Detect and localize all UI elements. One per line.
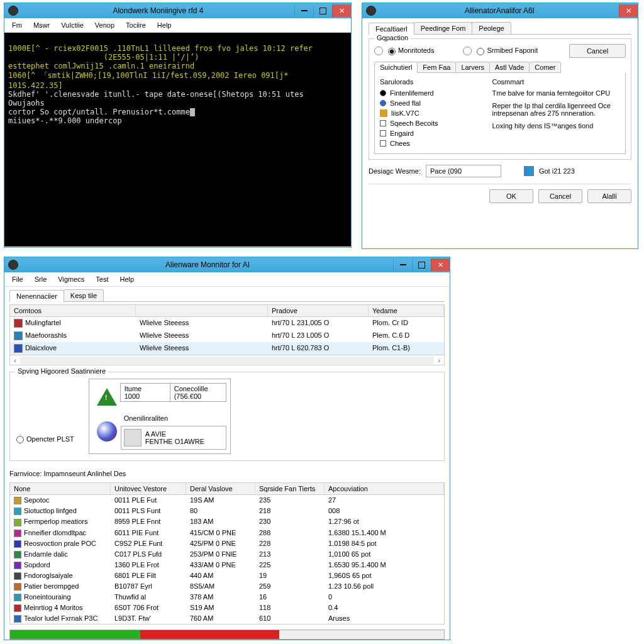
- cancel-button[interactable]: Cancel: [538, 189, 582, 203]
- cone-label: Conecolille: [174, 385, 222, 392]
- menu-item[interactable]: Test: [93, 274, 111, 284]
- table-row[interactable]: RoneintouraingThuwfid al378 AM160: [10, 592, 444, 602]
- cone-value: (756.€00: [174, 392, 222, 400]
- settings-dialog: AllienatorAnalifor A6l Fecaltiaerl Peedi…: [362, 3, 638, 249]
- table-row[interactable]: DlaicxloveWlielve Steeesshrt/70 L 620.78…: [10, 342, 444, 355]
- titlebar[interactable]: Alondwerk Moniingive rfd 4: [4, 3, 351, 18]
- menu-item[interactable]: Venop: [92, 20, 117, 30]
- table-row[interactable]: Fermperlop meatiors8959 PLE Fnnt183 AM23…: [10, 516, 444, 527]
- onen-label: Onenilinraliten: [120, 413, 226, 423]
- opt-speech[interactable]: Sqeech Becoits: [380, 118, 485, 128]
- opt-link[interactable]: liisK.V7C: [380, 108, 485, 118]
- table-row[interactable]: Siotuctlop linfged0011 PLS Funt80218008: [10, 506, 444, 516]
- table-row[interactable]: Endarnle dalicC017 PLS Fufd253/PM 0 FNlE…: [10, 549, 444, 560]
- col-deral[interactable]: Deral Vaslove: [186, 483, 255, 494]
- warning-icon: [93, 383, 121, 411]
- menu-item[interactable]: Tociire: [123, 20, 148, 30]
- subtab-mode[interactable]: Astl Vade: [489, 62, 530, 73]
- close-button[interactable]: [332, 4, 351, 17]
- col-name[interactable]: Comtoos: [10, 305, 136, 316]
- scroll-left-icon[interactable]: ‹: [10, 357, 20, 364]
- close-button[interactable]: [619, 4, 638, 17]
- titlebar[interactable]: Alienware Monnitor for AI: [4, 257, 450, 272]
- table-row[interactable]: Sepotoc0011 PLE Fut19S AM23527: [10, 495, 444, 506]
- apply-button[interactable]: Alalli: [587, 189, 631, 203]
- got-label: Got i21 223: [539, 167, 575, 175]
- opencter-radio[interactable]: Opencter PLST: [16, 435, 74, 443]
- status-panel: Itume1000 Conecolille(756.€00 Onenilinra…: [89, 379, 231, 454]
- menu-item[interactable]: Vigmecs: [55, 274, 87, 284]
- itume-label: Itume: [125, 385, 166, 392]
- aave-label: A AVIE: [145, 430, 204, 438]
- titlebar[interactable]: AllienatorAnalifor A6l: [362, 3, 638, 18]
- radio-monitor[interactable]: Monritoteds: [388, 47, 434, 55]
- design-input[interactable]: [426, 165, 501, 177]
- opt-speed[interactable]: Sneed flal: [380, 98, 485, 108]
- comment-line: Loxing hity dens IS™anges tiond: [492, 122, 621, 130]
- opt-engaged[interactable]: Engaird: [380, 128, 485, 138]
- opt-cheers[interactable]: Chees: [380, 138, 485, 148]
- radio-report[interactable]: Srmibed Faponit: [477, 47, 538, 55]
- table-row[interactable]: Reosvoction prale POCC9S2 PLE Funt425/PM…: [10, 538, 444, 549]
- tab-keep[interactable]: Kesp tile: [64, 289, 104, 301]
- terminal-output[interactable]: 1000E[^ - rciex02F0015 .110TnL1 lilleeed…: [4, 33, 351, 247]
- menu-item[interactable]: VuIctiie: [58, 20, 86, 30]
- maximize-button[interactable]: [313, 4, 332, 17]
- subtab-fan[interactable]: Fem Faa: [417, 62, 456, 73]
- app-icon: [8, 260, 18, 270]
- group-legend: Spving Higoored Saatinniere: [15, 367, 108, 375]
- minimize-button[interactable]: [393, 258, 412, 271]
- table-row[interactable]: Patier berompgedB10787 Eyrl8S5/AM2591.23…: [10, 581, 444, 592]
- minimize-button[interactable]: [294, 4, 313, 17]
- tab-facilitate[interactable]: Fecaltiaerl: [369, 23, 414, 35]
- operation-group: Gqpaction Monritoteds Srmibed Faponit Ca…: [369, 38, 631, 160]
- subtab-scheduler[interactable]: Suichutierl: [374, 62, 418, 73]
- menu-item[interactable]: Mswr: [31, 20, 52, 30]
- disc-icon: [93, 418, 121, 445]
- menu-item[interactable]: Help: [117, 274, 136, 284]
- menubar: Fm Mswr VuIctiie Venop Tociire Help: [4, 18, 351, 33]
- cancel-top-button[interactable]: Cancel: [569, 44, 626, 58]
- ok-button[interactable]: OK: [489, 189, 533, 203]
- tab-package[interactable]: Peolege: [472, 22, 511, 34]
- hscroll[interactable]: ‹ ›: [9, 355, 445, 365]
- subtab-servers[interactable]: Larvers: [455, 62, 490, 73]
- tab-pending[interactable]: Peedinge Fom: [414, 22, 473, 34]
- process-table: None Unitovec Vestore Deral Vaslove Sqrs…: [9, 482, 445, 625]
- menu-item[interactable]: File: [9, 274, 26, 284]
- terminal-window: Alondwerk Moniingive rfd 4 Fm Mswr VuIct…: [4, 3, 352, 248]
- col-prod[interactable]: Pradove: [268, 305, 369, 316]
- col-none[interactable]: None: [10, 483, 111, 494]
- maximize-button[interactable]: [412, 258, 431, 271]
- opt-entitlement[interactable]: Fintenlifemerd: [380, 88, 485, 98]
- calendar-icon[interactable]: [524, 166, 534, 176]
- right-legend: Cosmmart: [492, 78, 621, 86]
- monitor-window: Alienware Monnitor for AI File Srle Vigm…: [4, 257, 450, 640]
- device-table[interactable]: MulingfartelWlielve Steeesshrt/70 L 231,…: [9, 317, 445, 355]
- menu-item[interactable]: Srle: [32, 274, 50, 284]
- table-row[interactable]: MaefoorashlsWlielve Steeesshrt/70 L 23 L…: [10, 330, 444, 342]
- col-app[interactable]: Apcouviation: [325, 483, 444, 494]
- table-row[interactable]: Meinrtiog 4 Moritos6S0T 706 FrotS19 AM11…: [10, 602, 444, 613]
- section-title: Farnvioce: Impamnseunt Anlinhel Des: [9, 470, 445, 477]
- main-tabs: Fecaltiaerl Peedinge Fom Peolege: [369, 22, 631, 35]
- col-fan[interactable]: Sqrside Fan Tierts: [255, 483, 325, 494]
- subtab-corner[interactable]: Comer: [529, 62, 561, 73]
- table-row[interactable]: Fnneifier dlomdltpac6011 PIE Funt415/CM …: [10, 528, 444, 538]
- app-icon: [8, 6, 18, 16]
- close-button[interactable]: [431, 258, 450, 271]
- col-unit[interactable]: Unitovec Vestore: [111, 483, 186, 494]
- onen-box: A AVIE FENTHE O1AWRE: [121, 426, 226, 450]
- table-row[interactable]: Sopdord1360 PLE Frot433/AM 0 PNE2251.653…: [10, 560, 444, 570]
- tabs: Nenennaciier Kesp tile: [9, 289, 445, 302]
- scroll-right-icon[interactable]: ›: [434, 357, 444, 364]
- menu-item[interactable]: Fm: [9, 20, 25, 30]
- monitor-icon: [374, 47, 383, 55]
- table-row[interactable]: Tealor ludel Fxrnak P3CL9D3T. Ftw'760 AM…: [10, 613, 444, 624]
- table-row[interactable]: MulingfartelWlielve Steeesshrt/70 L 231,…: [10, 317, 444, 330]
- col-ved[interactable]: Yedame: [369, 305, 444, 316]
- sub-tabs: Suichutierl Fem Faa Larvers Astl Vade Co…: [374, 62, 626, 73]
- table-row[interactable]: Fndoroglsaiyale6801 PLE Filt440 AM191,96…: [10, 570, 444, 581]
- menu-item[interactable]: Help: [155, 20, 174, 30]
- tab-main[interactable]: Nenennaciier: [9, 290, 64, 302]
